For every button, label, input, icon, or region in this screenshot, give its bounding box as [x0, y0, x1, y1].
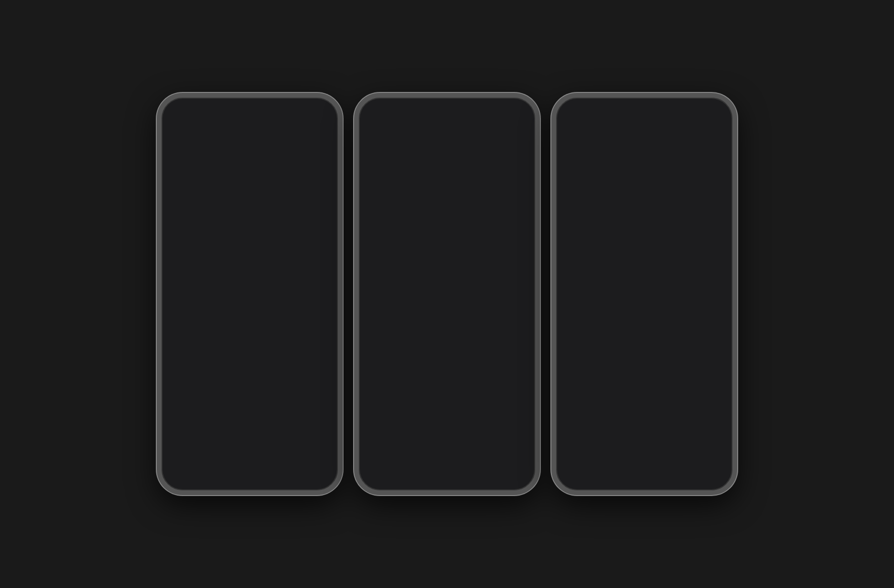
photos-icon-2 — [457, 281, 478, 302]
reminder-dot-1 — [301, 284, 305, 288]
dock-messages-1[interactable]: 💬 — [178, 449, 208, 480]
app-item-maps-3[interactable]: Maps — [654, 124, 690, 166]
app-item-notes-3[interactable]: Notes — [560, 396, 602, 442]
app-item-reminders-3[interactable]: Reminders — [602, 396, 645, 442]
dock-phone-3[interactable]: 📞 — [686, 449, 716, 480]
app-label-translate-1: Translate — [176, 308, 197, 314]
cal-day-20: 20 — [708, 277, 717, 286]
battery-ring-bag: 💼 — [613, 168, 640, 195]
app-icon-home-2: 🏠 — [495, 276, 526, 306]
page-dots-3 — [556, 439, 732, 443]
top-right-apps-3: Maps YouTube — [654, 124, 725, 209]
app-icon-youtube-3 — [694, 128, 721, 154]
app-label-settings-2: Settings — [501, 263, 520, 268]
app-item-slack-3[interactable]: # Slack — [560, 350, 602, 396]
dock-safari-2[interactable]: 🧭 — [451, 449, 481, 480]
reminder-dot-r2 — [611, 416, 615, 420]
time-815: 8:15 — [279, 183, 289, 189]
app-item-home-1[interactable]: 🏠 Home — [208, 318, 250, 364]
music-mini-artist: The Strokes — [287, 337, 316, 343]
calendar-widget[interactable]: WWDC No more events today JUNE S M T W — [564, 236, 725, 321]
dock-mail-3[interactable]: ✉️ — [610, 449, 640, 480]
music-widget[interactable]: 🎨 The New Abnormal The Strokes ♪ 🎤 ESSEN… — [366, 124, 528, 202]
home-icon-3: 🏠 — [698, 360, 717, 378]
dock-messages-3[interactable]: 💬 — [572, 449, 603, 480]
svg-text:280: 280 — [183, 249, 188, 252]
reminder-dot-2-2 — [498, 338, 502, 342]
app-item-music-widget-1[interactable]: 🎨 The New Abnormal The Strokes ♪ Music — [250, 318, 334, 364]
app-item-slack-1[interactable]: # Slack — [250, 226, 292, 272]
battery-icon: 🔋 — [319, 108, 326, 115]
battery-ring-case: 🎵 — [575, 168, 601, 195]
battery-label-airpods: AirPods — [618, 159, 635, 164]
app-item-settings-3[interactable]: ⚙️ Settings — [690, 166, 725, 209]
dot-active-2 — [449, 439, 452, 443]
cal-today: today — [571, 259, 637, 266]
app-item-maps-1[interactable]: 280 Maps — [165, 226, 208, 272]
dock-mail-2[interactable]: ✉️ — [413, 449, 443, 480]
app-icon-notes-3 — [566, 400, 596, 430]
app-item-maps-2[interactable]: 280 Maps — [363, 226, 405, 272]
app-item-photos-3[interactable]: Photos — [644, 350, 687, 396]
dock-1: 💬 ✉️ 🧭 📞 — [169, 445, 330, 485]
app-icon-camera-2: 📷 — [411, 276, 441, 306]
phone-handset-icon: 📞 — [297, 456, 316, 474]
app-item-reminders-2[interactable]: Reminders — [489, 318, 532, 364]
app-item-reminders-1[interactable]: Reminders — [292, 272, 335, 318]
app-item-home-2[interactable]: 🏠 Home — [489, 272, 532, 318]
app-item-settings-2[interactable]: ⚙️ Settings — [489, 226, 532, 272]
app-item-camera-2[interactable]: 📷 Camera — [405, 272, 447, 318]
app-item-notes-1[interactable]: Notes — [250, 272, 292, 318]
reminder-row-1-3 — [611, 411, 636, 415]
reminders-row-2-2 — [498, 338, 523, 342]
app-item-slack-2[interactable]: # Slack — [363, 272, 405, 318]
cal-day-16: 16 — [666, 277, 675, 286]
app-icon-reminders-1 — [298, 276, 328, 306]
dock-mail-1[interactable]: ✉️ — [215, 449, 246, 480]
cal-day-9: 9 — [666, 266, 675, 276]
app-item-clock-2[interactable]: Clock — [431, 365, 466, 411]
notch-2 — [411, 98, 483, 112]
app-item-clock-3[interactable]: Clock — [644, 396, 687, 442]
dock-messages-2[interactable]: 💬 — [375, 449, 406, 480]
app-icon-camera-3: 📷 — [608, 354, 639, 385]
app-item-notes-2[interactable]: Notes — [447, 318, 489, 364]
page-dots-1 — [162, 439, 338, 443]
app-item-translate-1[interactable]: 🌐 Translate — [165, 272, 208, 318]
app-item-photos-1[interactable]: Photos — [165, 318, 208, 364]
messages-icon-3: 💬 — [578, 456, 597, 474]
dock-safari-1[interactable]: 🧭 — [254, 449, 284, 480]
svg-point-61 — [662, 366, 668, 372]
slack-hash-icon: # — [266, 235, 276, 256]
batteries-widget[interactable]: 📱 iPhone — [564, 124, 650, 209]
app-item-home-3[interactable]: 🏠 Home — [687, 350, 729, 396]
duo-art-inner: 👥 — [479, 163, 511, 195]
podcast-mic-icon: 🎙️ — [423, 327, 434, 338]
app-item-youtube-3[interactable]: YouTube — [690, 124, 725, 166]
app-item-youtube-2[interactable]: YouTube — [405, 226, 447, 272]
reminder-line-2 — [306, 291, 325, 292]
app-item-camera-1[interactable]: 📷 Camera — [292, 226, 335, 272]
app-item-camera-3[interactable]: 📷 Camera — [602, 350, 645, 396]
cal-day-s1: S — [645, 249, 654, 254]
app-item-clock-1[interactable]: 12 3 9 Clock — [165, 364, 208, 409]
app-item-calendar-2[interactable]: Monday 22 Calendar — [466, 365, 500, 411]
cal-day-14: 14 — [645, 277, 654, 286]
app-item-translate-2[interactable]: 🌐 Translate — [447, 226, 489, 272]
photos-flower-icon — [176, 326, 197, 347]
app-item-settings-1[interactable]: ⚙️ Settings — [208, 272, 250, 318]
app-item-calendar-1[interactable]: Monday 22 Calendar — [208, 364, 250, 409]
dock-phone-1[interactable]: 📞 — [291, 449, 322, 480]
wifi-icon: WiFi — [305, 108, 317, 115]
cal-day-18: 18 — [687, 277, 696, 286]
app-icon-translate-3: 🌐 — [659, 170, 685, 197]
app-item-photos-2[interactable]: Photos — [447, 272, 489, 318]
app-item-translate-3[interactable]: 🌐 Translate — [654, 166, 690, 209]
dock-safari-3[interactable]: 🧭 — [648, 449, 679, 480]
cal-day-28: 28 — [645, 298, 654, 307]
weather-widget[interactable]: ➤ 80° ☁️ Expect rain inthe next hour Int… — [169, 124, 330, 196]
messages-icon-2: 💬 — [381, 456, 400, 474]
app-item-calendar-3[interactable]: Monday 22 Calendar — [687, 396, 729, 442]
app-item-youtube-1[interactable]: YouTube — [208, 226, 250, 272]
dock-phone-2[interactable]: 📞 — [488, 449, 519, 480]
